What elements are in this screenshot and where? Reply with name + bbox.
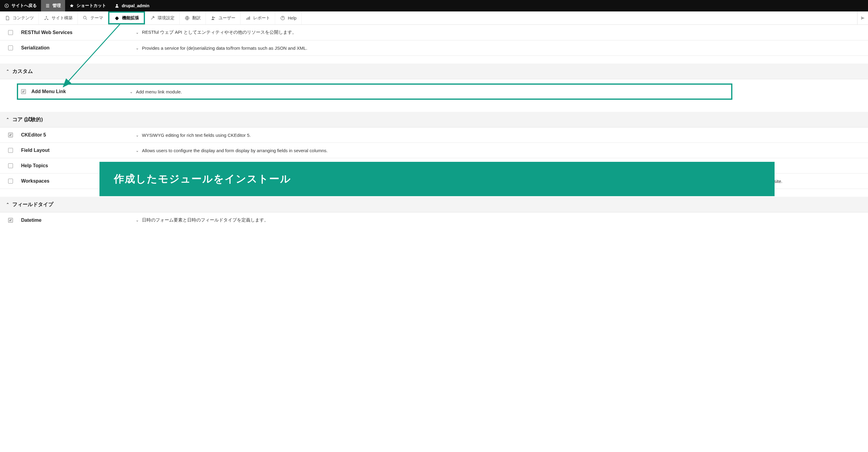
- svg-point-0: [5, 4, 8, 7]
- annotation-banner-text: 作成したモジュールをインストール: [114, 173, 291, 185]
- expand-icon[interactable]: ⌄: [135, 218, 139, 222]
- tab-translate-label: 翻訳: [192, 15, 201, 21]
- svg-rect-10: [248, 17, 249, 20]
- svg-point-8: [214, 17, 215, 18]
- structure-icon: [44, 15, 49, 21]
- help-icon: [280, 15, 285, 21]
- tab-extend[interactable]: 機能拡張: [108, 11, 145, 24]
- expand-icon[interactable]: ⌄: [135, 30, 139, 35]
- module-row: RESTful Web Services ⌄ RESTful ウェブ API と…: [0, 25, 868, 40]
- back-icon: [4, 3, 9, 8]
- people-icon: [211, 15, 216, 21]
- tab-reports[interactable]: レポート: [241, 11, 275, 24]
- section-header-core-experimental[interactable]: ⌃ コア (試験的): [0, 112, 868, 127]
- section-title: コア (試験的): [12, 116, 43, 123]
- module-checkbox[interactable]: [8, 30, 13, 35]
- hamburger-icon: [45, 3, 50, 8]
- svg-rect-9: [247, 18, 247, 19]
- module-checkbox[interactable]: [8, 148, 13, 153]
- highlighted-module-box: Add Menu Link ⌄ Add menu link module.: [17, 84, 733, 100]
- module-checkbox[interactable]: [8, 218, 13, 223]
- module-description: 日時のフォーム要素と日時のフィールドタイプを定義します。: [142, 217, 269, 223]
- module-row: CKEditor 5 ⌄ WYSIWYG editing for rich te…: [0, 127, 868, 143]
- tab-structure-label: サイト構築: [52, 15, 73, 21]
- annotation-banner: 作成したモジュールをインストール: [99, 162, 775, 196]
- shortcuts-link[interactable]: ショートカット: [65, 0, 110, 11]
- tab-help[interactable]: Help: [275, 11, 302, 24]
- module-description: Add menu link module.: [136, 89, 182, 94]
- module-row: Datetime ⌄ 日時のフォーム要素と日時のフィールドタイプを定義します。: [0, 213, 868, 228]
- content-icon: [5, 15, 10, 21]
- section-title: フィールドタイプ: [12, 201, 53, 208]
- svg-point-2: [46, 16, 47, 17]
- module-name: RESTful Web Services: [21, 30, 135, 35]
- module-description: Allows users to configure the display an…: [142, 148, 328, 153]
- expand-icon[interactable]: ⌄: [135, 133, 139, 137]
- module-row: Field Layout ⌄ Allows users to configure…: [0, 143, 868, 158]
- module-name: Datetime: [21, 218, 135, 223]
- tab-extend-label: 機能拡張: [122, 15, 139, 21]
- modules-list: RESTful Web Services ⌄ RESTful ウェブ API と…: [0, 25, 868, 240]
- section-title: カスタム: [12, 68, 33, 75]
- extend-icon: [114, 15, 120, 21]
- expand-icon[interactable]: ⌄: [135, 148, 139, 153]
- svg-rect-11: [249, 16, 250, 20]
- module-description: Provides a service for (de)serializing d…: [142, 45, 307, 51]
- expand-icon[interactable]: ⌄: [130, 90, 133, 94]
- module-checkbox[interactable]: [8, 133, 13, 137]
- config-icon: [150, 15, 155, 21]
- module-description: RESTful ウェブ API としてエンティティやその他のリソースを公開します…: [142, 30, 297, 35]
- module-row: Serialization ⌄ Provides a service for (…: [0, 40, 868, 56]
- module-name: Serialization: [21, 45, 135, 51]
- tab-structure[interactable]: サイト構築: [39, 11, 78, 24]
- svg-point-1: [116, 4, 118, 6]
- collapse-icon: ⌃: [6, 202, 9, 207]
- section-header-custom[interactable]: ⌃ カスタム: [0, 64, 868, 79]
- tab-content[interactable]: コンテンツ: [0, 11, 39, 24]
- svg-point-7: [212, 16, 214, 18]
- tab-translate[interactable]: 翻訳: [180, 11, 206, 24]
- translate-icon: [184, 15, 190, 21]
- back-to-site-label: サイトへ戻る: [11, 3, 37, 8]
- user-label: drupal_admin: [122, 3, 150, 8]
- tab-appearance-label: テーマ: [90, 15, 103, 21]
- shortcuts-label: ショートカット: [76, 3, 106, 8]
- tab-config[interactable]: 環境設定: [145, 11, 180, 24]
- tab-reports-label: レポート: [253, 15, 270, 21]
- module-name: Add Menu Link: [27, 89, 130, 94]
- reports-icon: [245, 15, 251, 21]
- admin-tabbar: コンテンツ サイト構築 テーマ 機能拡張 環境設定 翻訳 ユーザー レポート: [0, 11, 868, 25]
- collapse-icon: ⌃: [6, 117, 9, 122]
- user-link[interactable]: drupal_admin: [110, 0, 154, 11]
- back-to-site-link[interactable]: サイトへ戻る: [0, 0, 41, 11]
- manage-link[interactable]: 管理: [41, 0, 65, 11]
- tab-appearance[interactable]: テーマ: [78, 11, 108, 24]
- user-icon: [115, 3, 119, 8]
- tab-content-label: コンテンツ: [13, 15, 34, 21]
- tab-help-label: Help: [288, 16, 297, 21]
- svg-point-5: [84, 16, 86, 19]
- tab-config-label: 環境設定: [158, 15, 175, 21]
- expand-icon[interactable]: ⌄: [135, 46, 139, 50]
- appearance-icon: [83, 15, 88, 21]
- tab-people-label: ユーザー: [218, 15, 236, 21]
- module-name: Field Layout: [21, 148, 135, 153]
- module-checkbox[interactable]: [8, 163, 13, 168]
- collapse-icon: ⌃: [6, 69, 9, 73]
- manage-label: 管理: [53, 3, 61, 8]
- module-name: CKEditor 5: [21, 132, 135, 138]
- module-checkbox[interactable]: [8, 45, 13, 50]
- module-row: Add Menu Link ⌄ Add menu link module.: [18, 85, 731, 99]
- admin-topbar: サイトへ戻る 管理 ショートカット drupal_admin: [0, 0, 868, 11]
- collapse-toolbar-button[interactable]: [857, 11, 868, 24]
- module-checkbox[interactable]: [8, 179, 13, 184]
- star-icon: [69, 3, 74, 8]
- section-header-field-types[interactable]: ⌃ フィールドタイプ: [0, 197, 868, 213]
- tab-people[interactable]: ユーザー: [206, 11, 241, 24]
- module-checkbox[interactable]: [21, 89, 26, 94]
- module-description: WYSIWYG editing for rich text fields usi…: [142, 133, 251, 138]
